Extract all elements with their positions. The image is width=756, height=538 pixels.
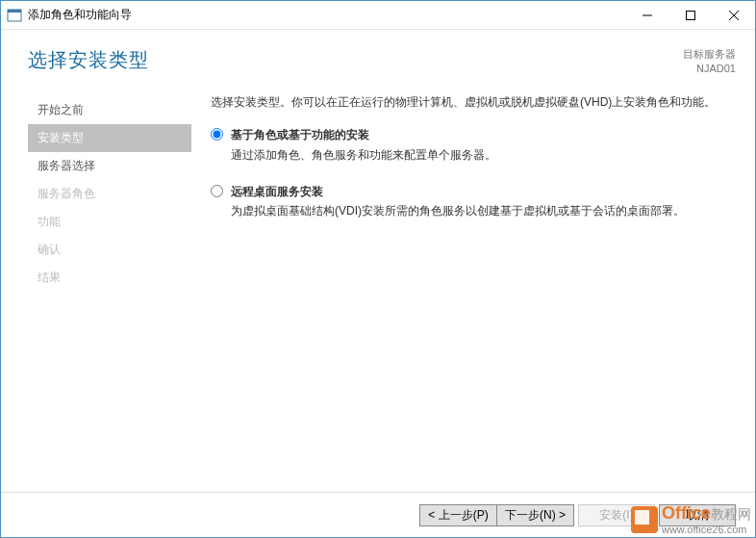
install-type-options: 基于角色或基于功能的安装 通过添加角色、角色服务和功能来配置单个服务器。 远程桌… [211, 125, 736, 221]
option-rds-desc: 为虚拟桌面基础结构(VDI)安装所需的角色服务以创建基于虚拟机或基于会话的桌面部… [231, 204, 685, 218]
next-button[interactable]: 下一步(N) > [496, 504, 574, 526]
option-rds-title: 远程桌面服务安装 [231, 182, 685, 201]
target-server-box: 目标服务器 NJAD01 [683, 47, 736, 77]
sidebar-item-server-roles: 服务器角色 [28, 180, 191, 208]
maximize-button[interactable] [668, 1, 712, 29]
titlebar: 添加角色和功能向导 [1, 1, 755, 30]
body: 开始之前 安装类型 服务器选择 服务器角色 功能 确认 结果 选择安装类型。你可… [1, 87, 755, 292]
wizard-sidebar: 开始之前 安装类型 服务器选择 服务器角色 功能 确认 结果 [28, 90, 191, 292]
close-button[interactable] [712, 1, 755, 29]
window-controls [625, 1, 755, 29]
install-button: 安装(I) [578, 504, 655, 526]
svg-rect-1 [8, 10, 21, 13]
sidebar-item-features: 功能 [28, 208, 191, 236]
option-rds-radio[interactable] [211, 185, 223, 197]
target-label: 目标服务器 [683, 47, 736, 62]
sidebar-item-confirm: 确认 [28, 236, 191, 264]
option-role-based-radio[interactable] [211, 128, 223, 141]
target-value: NJAD01 [683, 62, 736, 76]
prev-button[interactable]: < 上一步(P) [419, 504, 496, 526]
sidebar-item-results: 结果 [28, 264, 191, 292]
nav-button-group: < 上一步(P) 下一步(N) > [419, 504, 574, 526]
page-title: 选择安装类型 [28, 47, 149, 73]
svg-rect-3 [686, 11, 694, 19]
option-rds-text: 远程桌面服务安装 为虚拟桌面基础结构(VDI)安装所需的角色服务以创建基于虚拟机… [231, 182, 685, 221]
option-role-based-text: 基于角色或基于功能的安装 通过添加角色、角色服务和功能来配置单个服务器。 [231, 125, 496, 165]
cancel-button[interactable]: 取消 [659, 504, 736, 526]
option-role-based[interactable]: 基于角色或基于功能的安装 通过添加角色、角色服务和功能来配置单个服务器。 [211, 125, 736, 165]
wizard-footer: < 上一步(P) 下一步(N) > 安装(I) 取消 [1, 492, 755, 537]
sidebar-item-install-type[interactable]: 安装类型 [28, 124, 191, 152]
intro-text: 选择安装类型。你可以在正在运行的物理计算机、虚拟机或脱机虚拟硬盘(VHD)上安装… [211, 92, 736, 112]
app-icon [7, 8, 22, 23]
option-role-based-title: 基于角色或基于功能的安装 [231, 125, 496, 144]
sidebar-item-before[interactable]: 开始之前 [28, 96, 191, 124]
sidebar-item-server-select[interactable]: 服务器选择 [28, 152, 191, 180]
option-role-based-desc: 通过添加角色、角色服务和功能来配置单个服务器。 [231, 148, 496, 162]
header: 选择安装类型 目标服务器 NJAD01 [1, 30, 755, 87]
option-rds[interactable]: 远程桌面服务安装 为虚拟桌面基础结构(VDI)安装所需的角色服务以创建基于虚拟机… [211, 182, 736, 221]
window-title: 添加角色和功能向导 [28, 7, 132, 23]
main-panel: 选择安装类型。你可以在正在运行的物理计算机、虚拟机或脱机虚拟硬盘(VHD)上安装… [191, 90, 736, 292]
minimize-button[interactable] [625, 1, 668, 29]
content-area: 选择安装类型 目标服务器 NJAD01 开始之前 安装类型 服务器选择 服务器角… [1, 30, 755, 492]
